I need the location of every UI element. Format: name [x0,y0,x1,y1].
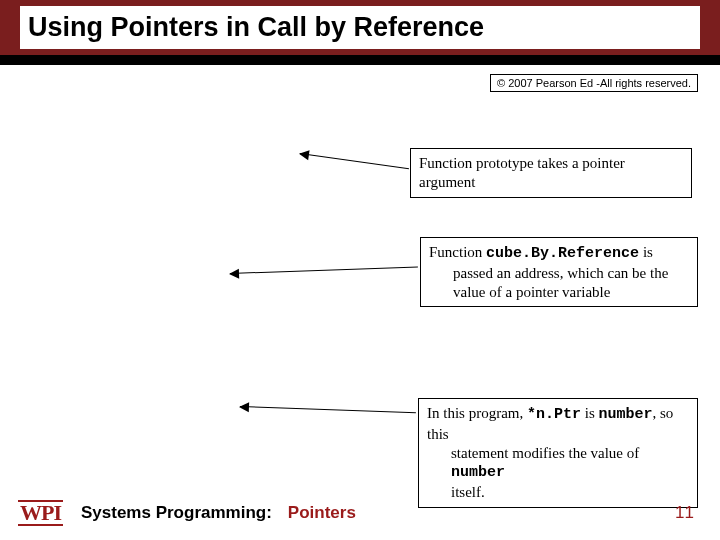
slide-title: Using Pointers in Call by Reference [28,12,484,42]
page-number: 11 [675,503,694,523]
text-fragment: is [581,405,599,421]
slide: Using Pointers in Call by Reference © 20… [0,0,720,540]
footer-left: WPI Systems Programming: Pointers [18,500,356,526]
callout-modifies-line2: statement modifies the value of number [427,444,689,484]
callout-modifies: In this program, *n.Ptr is number, so th… [418,398,698,508]
text-fragment: statement modifies the value of [451,445,639,461]
callout-address-line3: value of a pointer variable [429,283,689,302]
text-fragment: Function [429,244,486,260]
callout-modifies-line3: itself. [427,483,689,502]
code-fragment: number [451,464,505,481]
title-container: Using Pointers in Call by Reference [20,6,700,49]
code-fragment: *n.Ptr [527,406,581,423]
wpi-logo: WPI [18,500,63,526]
arrow-to-prototype [300,153,409,169]
footer-course-label: Systems Programming: [81,503,272,522]
footer-text-group: Systems Programming: Pointers [81,503,356,523]
footer: WPI Systems Programming: Pointers 11 [0,500,720,526]
callout-modifies-line1: In this program, *n.Ptr is number, so th… [427,405,673,442]
callout-prototype-text: Function prototype takes a pointer argum… [419,155,625,190]
callout-address-line1: Function cube.By.Reference is [429,244,653,260]
code-fragment: cube.By.Reference [486,245,639,262]
code-fragment: number [599,406,653,423]
callout-address: Function cube.By.Reference is passed an … [420,237,698,307]
arrow-to-address [230,266,418,274]
arrow-to-modifies [240,406,416,413]
text-fragment: is [639,244,653,260]
divider-bar [0,55,720,65]
callout-address-line2: passed an address, which can be the [429,264,689,283]
callout-prototype: Function prototype takes a pointer argum… [410,148,692,198]
footer-topic: Pointers [288,503,356,522]
copyright-notice: © 2007 Pearson Ed -All rights reserved. [490,74,698,92]
text-fragment: In this program, [427,405,527,421]
